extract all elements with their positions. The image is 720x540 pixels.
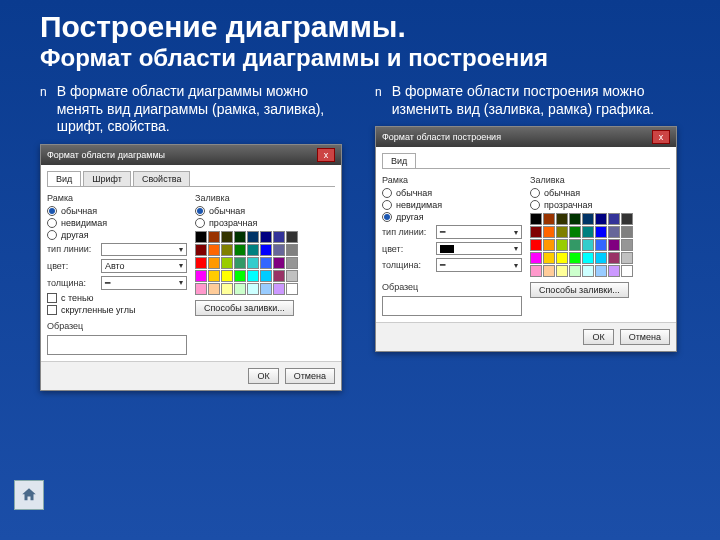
color-swatch[interactable] — [195, 231, 207, 243]
weight-combo[interactable]: ━▾ — [101, 276, 187, 290]
color-swatch[interactable] — [260, 244, 272, 256]
radio-row[interactable]: невидимая — [47, 218, 187, 228]
color-swatch[interactable] — [234, 270, 246, 282]
color-swatch[interactable] — [608, 226, 620, 238]
color-swatch[interactable] — [247, 270, 259, 282]
color-combo[interactable]: ▾ — [436, 242, 522, 255]
color-swatch[interactable] — [234, 257, 246, 269]
color-swatch[interactable] — [608, 252, 620, 264]
color-swatch[interactable] — [621, 239, 633, 251]
color-swatch[interactable] — [530, 239, 542, 251]
color-swatch[interactable] — [234, 231, 246, 243]
cancel-button[interactable]: Отмена — [620, 329, 670, 345]
color-swatch[interactable] — [208, 231, 220, 243]
fill-effects-button[interactable]: Способы заливки... — [530, 282, 629, 298]
color-swatch[interactable] — [569, 252, 581, 264]
color-swatch[interactable] — [221, 231, 233, 243]
color-swatch[interactable] — [273, 244, 285, 256]
shadow-check[interactable]: с тенью — [47, 293, 187, 303]
color-swatch[interactable] — [543, 213, 555, 225]
color-swatch[interactable] — [195, 270, 207, 282]
color-swatch[interactable] — [208, 283, 220, 295]
tab-view[interactable]: Вид — [382, 153, 416, 168]
color-swatch[interactable] — [260, 270, 272, 282]
color-swatch[interactable] — [621, 265, 633, 277]
color-swatch[interactable] — [530, 226, 542, 238]
color-swatch[interactable] — [286, 283, 298, 295]
color-swatch[interactable] — [286, 257, 298, 269]
color-swatch[interactable] — [221, 283, 233, 295]
tab-font[interactable]: Шрифт — [83, 171, 131, 186]
color-swatch[interactable] — [260, 257, 272, 269]
color-swatch[interactable] — [569, 213, 581, 225]
tab-properties[interactable]: Свойства — [133, 171, 191, 186]
color-swatch[interactable] — [286, 270, 298, 282]
color-swatch[interactable] — [621, 226, 633, 238]
color-swatch[interactable] — [286, 244, 298, 256]
color-swatch[interactable] — [273, 283, 285, 295]
line-type-combo[interactable]: ━▾ — [436, 225, 522, 239]
color-swatch[interactable] — [208, 270, 220, 282]
color-swatch[interactable] — [582, 265, 594, 277]
radio-row[interactable]: другая — [47, 230, 187, 240]
color-swatch[interactable] — [582, 252, 594, 264]
color-swatch[interactable] — [247, 231, 259, 243]
color-swatch[interactable] — [221, 270, 233, 282]
rounded-check[interactable]: скругленные углы — [47, 305, 187, 315]
color-swatch[interactable] — [556, 213, 568, 225]
color-swatch[interactable] — [260, 283, 272, 295]
color-swatch[interactable] — [595, 265, 607, 277]
color-combo[interactable]: Авто▾ — [101, 259, 187, 273]
close-button[interactable]: x — [317, 148, 335, 162]
color-swatch[interactable] — [595, 213, 607, 225]
color-swatch[interactable] — [543, 226, 555, 238]
color-swatch[interactable] — [530, 265, 542, 277]
color-swatch[interactable] — [195, 283, 207, 295]
radio-row[interactable]: невидимая — [382, 200, 522, 210]
radio-row[interactable]: обычная — [530, 188, 670, 198]
radio-row[interactable]: прозрачная — [195, 218, 335, 228]
radio-row[interactable]: прозрачная — [530, 200, 670, 210]
color-swatch[interactable] — [247, 283, 259, 295]
color-swatch[interactable] — [556, 265, 568, 277]
color-swatch[interactable] — [195, 257, 207, 269]
color-swatch[interactable] — [530, 213, 542, 225]
color-swatch[interactable] — [608, 265, 620, 277]
radio-row[interactable]: обычная — [382, 188, 522, 198]
color-swatch[interactable] — [621, 213, 633, 225]
color-swatch[interactable] — [273, 257, 285, 269]
color-swatch[interactable] — [221, 257, 233, 269]
close-button[interactable]: x — [652, 130, 670, 144]
color-swatch[interactable] — [221, 244, 233, 256]
weight-combo[interactable]: ━▾ — [436, 258, 522, 272]
color-swatch[interactable] — [621, 252, 633, 264]
color-swatch[interactable] — [234, 283, 246, 295]
color-swatch[interactable] — [195, 244, 207, 256]
color-swatch[interactable] — [556, 226, 568, 238]
radio-row[interactable]: обычная — [195, 206, 335, 216]
color-swatch[interactable] — [286, 231, 298, 243]
color-swatch[interactable] — [582, 226, 594, 238]
tab-view[interactable]: Вид — [47, 171, 81, 186]
color-swatch[interactable] — [595, 226, 607, 238]
color-swatch[interactable] — [608, 239, 620, 251]
color-swatch[interactable] — [208, 244, 220, 256]
color-swatch[interactable] — [595, 252, 607, 264]
color-swatch[interactable] — [543, 265, 555, 277]
color-swatch[interactable] — [234, 244, 246, 256]
color-swatch[interactable] — [582, 213, 594, 225]
color-swatch[interactable] — [247, 257, 259, 269]
color-swatch[interactable] — [569, 265, 581, 277]
color-swatch[interactable] — [556, 239, 568, 251]
color-swatch[interactable] — [543, 239, 555, 251]
color-swatch[interactable] — [569, 239, 581, 251]
color-swatch[interactable] — [569, 226, 581, 238]
color-swatch[interactable] — [247, 244, 259, 256]
radio-row[interactable]: другая — [382, 212, 522, 222]
radio-row[interactable]: обычная — [47, 206, 187, 216]
color-swatch[interactable] — [273, 270, 285, 282]
color-swatch[interactable] — [608, 213, 620, 225]
ok-button[interactable]: ОК — [248, 368, 278, 384]
cancel-button[interactable]: Отмена — [285, 368, 335, 384]
color-swatch[interactable] — [556, 252, 568, 264]
